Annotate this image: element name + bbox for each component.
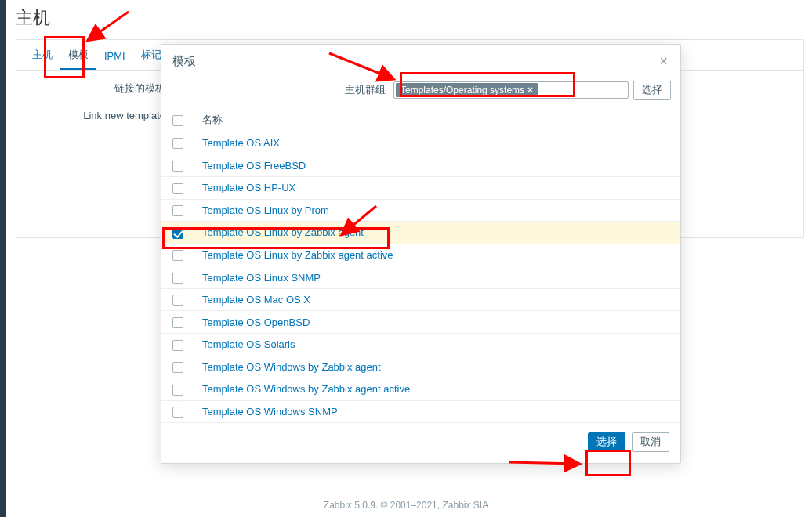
- template-link[interactable]: Template OS Windows SNMP: [202, 406, 338, 418]
- template-link[interactable]: Template OS HP-UX: [202, 182, 295, 193]
- template-link[interactable]: Template OS Mac OS X: [202, 294, 310, 306]
- tab-1[interactable]: 模板: [60, 40, 96, 70]
- template-link[interactable]: Template OS OpenBSD: [202, 316, 310, 328]
- column-name-header: 名称: [191, 108, 680, 132]
- templates-table: 名称 Template OS AIXTemplate OS FreeBSDTem…: [161, 108, 680, 423]
- row-checkbox[interactable]: [172, 295, 183, 306]
- template-link[interactable]: Template OS Solaris: [202, 338, 295, 350]
- row-checkbox[interactable]: [172, 161, 183, 172]
- page-footer: Zabbix 5.0.9. © 2001–2021, Zabbix SIA: [0, 500, 812, 511]
- row-checkbox[interactable]: [172, 250, 183, 261]
- tab-2[interactable]: IPMI: [96, 42, 133, 70]
- table-row: Template OS HP-UX: [161, 177, 680, 200]
- table-row: Template OS Linux by Prom: [161, 199, 680, 222]
- row-checkbox[interactable]: [172, 407, 183, 418]
- linked-templates-label: 链接的模板: [32, 81, 173, 96]
- confirm-select-button[interactable]: 选择: [588, 432, 625, 452]
- template-link[interactable]: Template OS FreeBSD: [202, 160, 306, 172]
- sidebar-strip: [0, 0, 6, 517]
- template-link[interactable]: Template OS Linux by Prom: [202, 204, 329, 216]
- row-checkbox[interactable]: [172, 228, 183, 239]
- row-checkbox[interactable]: [172, 205, 183, 216]
- table-row: Template OS Linux by Zabbix agent active: [161, 244, 680, 266]
- table-row: Template OS AIX: [161, 132, 680, 154]
- close-icon[interactable]: ×: [656, 52, 671, 70]
- template-link[interactable]: Template OS AIX: [202, 137, 280, 149]
- row-checkbox[interactable]: [172, 317, 183, 328]
- table-row: Template OS OpenBSD: [161, 311, 680, 334]
- cancel-button[interactable]: 取消: [632, 432, 669, 452]
- row-checkbox[interactable]: [172, 385, 183, 396]
- hostgroup-tag[interactable]: Templates/Operating systems ×: [396, 83, 538, 97]
- table-row: Template OS Linux SNMP: [161, 266, 680, 289]
- template-link[interactable]: Template OS Linux by Zabbix agent active: [202, 249, 393, 261]
- table-row: Template OS Solaris: [161, 333, 680, 356]
- row-checkbox[interactable]: [172, 340, 183, 351]
- template-link[interactable]: Template OS Linux by Zabbix agent: [202, 226, 364, 238]
- table-row: Template OS Windows by Zabbix agent acti…: [161, 378, 680, 401]
- row-checkbox[interactable]: [172, 138, 183, 149]
- table-row: Template OS Windows SNMP: [161, 400, 680, 423]
- hostgroup-select-button[interactable]: 选择: [633, 81, 671, 100]
- table-row: Template OS Mac OS X: [161, 288, 680, 311]
- remove-tag-icon[interactable]: ×: [527, 85, 533, 96]
- link-new-template-label: Link new template: [32, 110, 173, 121]
- row-checkbox[interactable]: [172, 362, 183, 373]
- row-checkbox[interactable]: [172, 183, 183, 194]
- template-link[interactable]: Template OS Windows by Zabbix agent: [202, 361, 381, 373]
- modal-title: 模板: [172, 54, 196, 69]
- template-link[interactable]: Template OS Linux SNMP: [202, 272, 321, 284]
- table-row: Template OS Linux by Zabbix agent: [161, 222, 680, 244]
- select-all-checkbox[interactable]: [172, 115, 183, 126]
- hostgroup-filter-label: 主机群组: [345, 83, 389, 97]
- footer-link[interactable]: Zabbix SIA: [442, 500, 488, 511]
- table-row: Template OS FreeBSD: [161, 154, 680, 177]
- hostgroup-tag-label: Templates/Operating systems: [401, 85, 524, 96]
- page-title: 主机: [0, 0, 812, 34]
- template-link[interactable]: Template OS Windows by Zabbix agent acti…: [202, 383, 410, 395]
- hostgroup-filter-input[interactable]: Templates/Operating systems ×: [393, 81, 629, 99]
- tab-0[interactable]: 主机: [24, 40, 60, 70]
- table-row: Template OS Windows by Zabbix agent: [161, 356, 680, 378]
- footer-text: Zabbix 5.0.9. © 2001–2021,: [324, 500, 443, 511]
- template-picker-modal: 模板 × 主机群组 Templates/Operating systems × …: [161, 44, 681, 464]
- row-checkbox[interactable]: [172, 273, 183, 284]
